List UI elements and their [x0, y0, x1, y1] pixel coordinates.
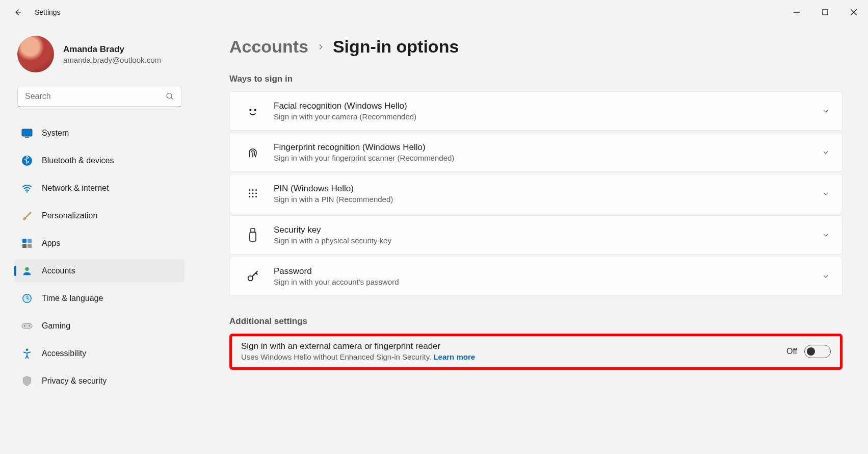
nav-list: System Bluetooth & devices Network & int… — [14, 121, 185, 393]
svg-rect-32 — [251, 229, 255, 232]
key-icon — [244, 268, 261, 285]
sidebar-item-personalization[interactable]: Personalization — [14, 204, 185, 228]
signin-option-password[interactable]: Password Sign in with your account's pas… — [229, 257, 843, 296]
face-icon — [244, 103, 261, 120]
svg-point-25 — [255, 189, 257, 190]
additional-subtitle: Uses Windows Hello without Enhanced Sign… — [241, 352, 786, 361]
sidebar-item-accessibility[interactable]: Accessibility — [14, 342, 185, 365]
maximize-button[interactable] — [811, 0, 839, 24]
accessibility-icon — [21, 348, 33, 359]
minimize-icon — [794, 9, 800, 15]
svg-rect-33 — [250, 232, 256, 241]
sidebar-item-label: Privacy & security — [42, 376, 107, 386]
profile-block[interactable]: Amanda Brady amanda.brady@outlook.com — [14, 24, 185, 86]
sidebar-item-label: Accounts — [42, 266, 75, 275]
app-title: Settings — [35, 8, 61, 16]
additional-title: Sign in with an external camera or finge… — [241, 341, 786, 351]
main-content: Accounts Sign-in options Ways to sign in… — [194, 24, 868, 454]
gamepad-icon — [21, 320, 33, 332]
svg-point-15 — [25, 267, 29, 271]
section-header-ways: Ways to sign in — [229, 74, 843, 84]
svg-point-19 — [29, 325, 30, 326]
svg-point-23 — [249, 189, 250, 190]
sidebar-item-label: Gaming — [42, 321, 70, 331]
section-header-additional: Additional settings — [229, 316, 843, 326]
sidebar-item-label: Network & internet — [42, 184, 109, 193]
usb-key-icon — [244, 226, 261, 244]
svg-point-4 — [167, 93, 172, 98]
svg-point-28 — [255, 192, 257, 194]
svg-point-31 — [255, 195, 257, 197]
svg-point-34 — [248, 275, 253, 280]
arrow-left-icon — [13, 8, 22, 17]
shield-icon — [21, 375, 33, 387]
card-title: Password — [274, 266, 822, 276]
accounts-icon — [21, 265, 33, 276]
apps-icon — [21, 238, 33, 249]
sidebar-item-gaming[interactable]: Gaming — [14, 314, 185, 338]
svg-point-10 — [27, 191, 28, 193]
keypad-icon — [244, 185, 261, 203]
wifi-icon — [21, 183, 33, 194]
card-title: Fingerprint recognition (Windows Hello) — [274, 142, 822, 153]
svg-point-21 — [250, 109, 251, 110]
fingerprint-icon — [244, 144, 261, 161]
back-button[interactable] — [10, 5, 25, 20]
svg-rect-13 — [22, 244, 27, 248]
breadcrumb-parent[interactable]: Accounts — [229, 37, 308, 57]
signin-methods-list: Facial recognition (Windows Hello) Sign … — [229, 91, 843, 296]
svg-rect-14 — [28, 244, 32, 248]
system-icon — [21, 128, 33, 139]
sidebar-item-label: Accessibility — [42, 349, 86, 358]
chevron-down-icon — [822, 190, 830, 198]
sidebar-item-privacy[interactable]: Privacy & security — [14, 369, 185, 393]
close-icon — [851, 9, 857, 15]
card-title: Security key — [274, 225, 822, 235]
chevron-down-icon — [822, 231, 830, 239]
svg-rect-12 — [28, 239, 32, 243]
card-subtitle: Sign in with your fingerprint scanner (R… — [274, 154, 822, 162]
sidebar-item-label: Personalization — [42, 211, 97, 220]
sidebar: Amanda Brady amanda.brady@outlook.com Sy… — [0, 24, 194, 454]
sidebar-item-apps[interactable]: Apps — [14, 232, 185, 255]
svg-point-26 — [249, 192, 250, 194]
sidebar-item-accounts[interactable]: Accounts — [14, 259, 185, 283]
chevron-down-icon — [822, 107, 830, 115]
svg-rect-17 — [22, 323, 32, 328]
window-controls — [782, 0, 868, 24]
signin-option-facial[interactable]: Facial recognition (Windows Hello) Sign … — [229, 91, 843, 131]
card-title: PIN (Windows Hello) — [274, 184, 822, 194]
breadcrumb: Accounts Sign-in options — [229, 37, 843, 57]
toggle-knob — [807, 347, 815, 356]
clock-globe-icon — [21, 293, 33, 304]
toggle-group: Off — [786, 345, 831, 358]
card-subtitle: Sign in with a physical security key — [274, 236, 822, 245]
learn-more-link[interactable]: Learn more — [433, 352, 475, 361]
sidebar-item-system[interactable]: System — [14, 121, 185, 145]
sidebar-item-time-language[interactable]: Time & language — [14, 287, 185, 310]
chevron-right-icon — [317, 42, 325, 52]
external-camera-toggle[interactable] — [804, 345, 831, 358]
card-title: Facial recognition (Windows Hello) — [274, 101, 822, 111]
bluetooth-icon — [21, 155, 33, 166]
close-button[interactable] — [839, 0, 868, 24]
sidebar-item-bluetooth[interactable]: Bluetooth & devices — [14, 149, 185, 172]
signin-option-security-key[interactable]: Security key Sign in with a physical sec… — [229, 215, 843, 255]
sidebar-item-label: Bluetooth & devices — [42, 156, 114, 165]
card-subtitle: Sign in with your account's password — [274, 278, 822, 286]
svg-rect-11 — [22, 239, 27, 243]
profile-email: amanda.brady@outlook.com — [63, 56, 161, 64]
sidebar-item-network[interactable]: Network & internet — [14, 176, 185, 200]
profile-name: Amanda Brady — [63, 44, 161, 55]
signin-option-fingerprint[interactable]: Fingerprint recognition (Windows Hello) … — [229, 133, 843, 172]
sidebar-item-label: Apps — [42, 239, 60, 248]
signin-option-pin[interactable]: PIN (Windows Hello) Sign in with a PIN (… — [229, 174, 843, 213]
sidebar-item-label: System — [42, 129, 69, 138]
search-field-wrap — [17, 86, 181, 107]
chevron-down-icon — [822, 272, 830, 281]
chevron-down-icon — [822, 148, 830, 157]
search-input[interactable] — [17, 86, 181, 107]
svg-point-24 — [252, 189, 253, 190]
minimize-button[interactable] — [782, 0, 811, 24]
search-icon — [166, 92, 174, 101]
